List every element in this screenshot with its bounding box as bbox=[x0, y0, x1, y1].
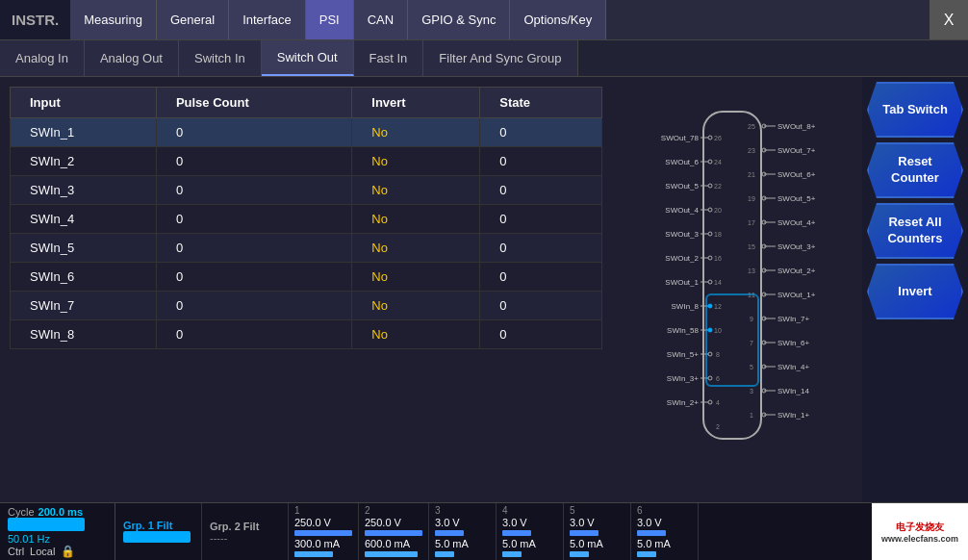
svg-text:SWOut_1+: SWOut_1+ bbox=[777, 291, 816, 299]
logo-area: 电子发烧友 www.elecfans.com bbox=[872, 503, 968, 560]
volt-bar-a-5 bbox=[570, 551, 589, 557]
connector-diagram: SWOut_78 SWOut_6 SWOut_5 SWOut_4 SWOut_3… bbox=[622, 102, 853, 477]
svg-text:26: 26 bbox=[714, 135, 722, 141]
tab-analog-in[interactable]: Analog In bbox=[0, 40, 85, 76]
nav-can[interactable]: CAN bbox=[354, 0, 408, 39]
tab-analog-out[interactable]: Analog Out bbox=[85, 40, 179, 76]
svg-text:9: 9 bbox=[750, 316, 753, 322]
svg-text:1: 1 bbox=[750, 412, 753, 419]
nav-psi[interactable]: PSI bbox=[306, 0, 354, 39]
reset-counter-button[interactable]: Reset Counter bbox=[867, 142, 963, 198]
volt-a-3: 5.0 mA bbox=[435, 538, 490, 549]
svg-text:2: 2 bbox=[716, 423, 720, 430]
table-row[interactable]: SWIn_6 0 No 0 bbox=[11, 263, 602, 292]
tab-switch-in[interactable]: Switch In bbox=[179, 40, 262, 76]
cycle-bar bbox=[8, 518, 85, 531]
channel-4: 4 3.0 V 5.0 mA bbox=[497, 503, 564, 560]
volt-v-3: 3.0 V bbox=[435, 517, 490, 528]
volt-num-5: 5 bbox=[570, 505, 624, 516]
volt-v-6: 3.0 V bbox=[637, 517, 692, 528]
diagram-area: SWOut_78 SWOut_6 SWOut_5 SWOut_4 SWOut_3… bbox=[612, 77, 862, 502]
table-row[interactable]: SWIn_8 0 No 0 bbox=[11, 320, 602, 349]
table-row[interactable]: SWIn_2 0 No 0 bbox=[11, 147, 602, 176]
volt-a-2: 600.0 mA bbox=[365, 538, 422, 549]
cell-input: SWIn_4 bbox=[11, 205, 157, 234]
cell-pulse: 0 bbox=[156, 147, 351, 176]
volt-bar-v-2 bbox=[365, 530, 422, 536]
nav-general[interactable]: General bbox=[157, 0, 229, 39]
channel-2: 2 250.0 V 600.0 mA bbox=[359, 503, 429, 560]
cell-pulse: 0 bbox=[156, 234, 351, 263]
svg-text:SWIn_14: SWIn_14 bbox=[777, 387, 809, 395]
nav-gpio[interactable]: GPIO & Sync bbox=[408, 0, 510, 39]
svg-text:SWIn_1+: SWIn_1+ bbox=[777, 411, 809, 420]
top-nav: INSTR. Measuring General Interface PSI C… bbox=[0, 0, 968, 40]
nav-interface[interactable]: Interface bbox=[229, 0, 306, 39]
cell-pulse: 0 bbox=[156, 292, 351, 320]
volt-bar-a-3 bbox=[435, 551, 454, 557]
tab-switch-out[interactable]: Switch Out bbox=[262, 40, 354, 76]
table-area: Input Pulse Count Invert State SWIn_1 0 … bbox=[0, 77, 612, 502]
channel-6: 6 3.0 V 5.0 mA bbox=[631, 503, 699, 560]
switch-table: Input Pulse Count Invert State SWIn_1 0 … bbox=[10, 87, 602, 349]
svg-point-27 bbox=[708, 328, 712, 332]
grp1-label: Grp. 1 Filt bbox=[123, 520, 193, 531]
svg-text:11: 11 bbox=[748, 292, 755, 298]
svg-text:SWIn_8: SWIn_8 bbox=[672, 302, 700, 311]
table-row[interactable]: SWIn_3 0 No 0 bbox=[11, 176, 602, 205]
svg-text:SWOut_1: SWOut_1 bbox=[665, 278, 699, 287]
svg-text:SWOut_78: SWOut_78 bbox=[661, 134, 700, 142]
invert-button[interactable]: Invert bbox=[867, 264, 963, 319]
table-row[interactable]: SWIn_4 0 No 0 bbox=[11, 205, 602, 234]
svg-text:SWOut_8+: SWOut_8+ bbox=[777, 122, 816, 131]
grp2-value: ----- bbox=[210, 532, 280, 544]
grp1-section: Grp. 1 Filt bbox=[115, 503, 202, 560]
channel-5: 5 3.0 V 5.0 mA bbox=[564, 503, 631, 560]
close-button[interactable]: X bbox=[930, 0, 968, 39]
svg-point-24 bbox=[708, 304, 712, 308]
cell-state: 0 bbox=[480, 205, 602, 234]
volt-bar-v-1 bbox=[294, 530, 352, 536]
cell-pulse: 0 bbox=[156, 176, 351, 205]
table-row[interactable]: SWIn_5 0 No 0 bbox=[11, 234, 602, 263]
cell-pulse: 0 bbox=[156, 320, 351, 349]
svg-text:SWIn_58: SWIn_58 bbox=[667, 326, 699, 335]
svg-text:SWIn_2+: SWIn_2+ bbox=[667, 398, 699, 407]
tab-switch-button[interactable]: Tab Switch bbox=[867, 82, 963, 138]
nav-measuring[interactable]: Measuring bbox=[70, 0, 157, 39]
cell-input: SWIn_6 bbox=[11, 263, 157, 292]
reset-all-counters-button[interactable]: Reset All Counters bbox=[867, 203, 963, 259]
tab-filter-sync[interactable]: Filter And Sync Group bbox=[423, 40, 577, 76]
volt-v-1: 250.0 V bbox=[294, 517, 352, 528]
cell-input: SWIn_7 bbox=[11, 292, 157, 320]
cell-input: SWIn_1 bbox=[11, 118, 157, 147]
table-row[interactable]: SWIn_1 0 No 0 bbox=[11, 118, 602, 147]
cell-state: 0 bbox=[480, 118, 602, 147]
svg-text:SWOut_6+: SWOut_6+ bbox=[777, 170, 816, 179]
cell-invert: No bbox=[352, 320, 480, 349]
volt-v-5: 3.0 V bbox=[570, 517, 624, 528]
svg-text:17: 17 bbox=[748, 219, 755, 226]
volt-bar-a-1 bbox=[294, 551, 333, 557]
cell-state: 0 bbox=[480, 176, 602, 205]
main-content: Input Pulse Count Invert State SWIn_1 0 … bbox=[0, 77, 968, 502]
volt-v-2: 250.0 V bbox=[365, 517, 422, 528]
tab-fast-in[interactable]: Fast In bbox=[354, 40, 424, 76]
svg-text:SWOut_2: SWOut_2 bbox=[665, 254, 699, 263]
ctrl-label: Ctrl bbox=[8, 546, 24, 557]
nav-options[interactable]: Options/Key bbox=[510, 0, 606, 39]
table-row[interactable]: SWIn_7 0 No 0 bbox=[11, 292, 602, 320]
cell-input: SWIn_8 bbox=[11, 320, 157, 349]
svg-text:SWIn_4+: SWIn_4+ bbox=[777, 363, 809, 371]
volt-num-3: 3 bbox=[435, 505, 490, 516]
channel-1: 1 250.0 V 300.0 mA bbox=[289, 503, 359, 560]
cell-state: 0 bbox=[480, 320, 602, 349]
svg-point-9 bbox=[708, 184, 712, 188]
svg-text:18: 18 bbox=[714, 231, 722, 238]
right-panel: Tab Switch Reset Counter Reset All Count… bbox=[862, 77, 968, 502]
lock-icon: 🔒 bbox=[61, 545, 75, 558]
grp2-section: Grp. 2 Filt ----- bbox=[202, 503, 289, 560]
cell-input: SWIn_5 bbox=[11, 234, 157, 263]
svg-point-36 bbox=[708, 400, 712, 404]
svg-text:SWOut_4: SWOut_4 bbox=[665, 206, 699, 215]
